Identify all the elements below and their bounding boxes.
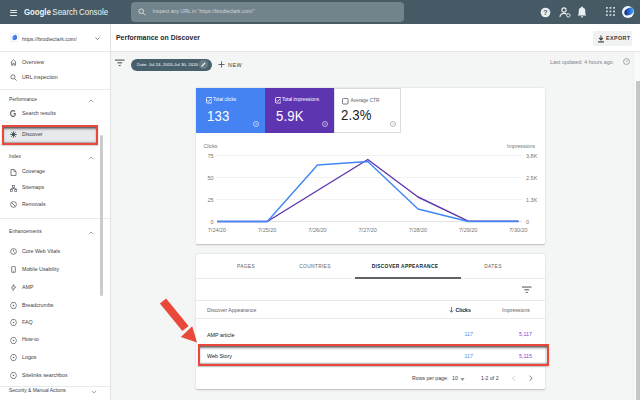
svg-text:25: 25 bbox=[207, 197, 213, 203]
svg-text:Impressions: Impressions bbox=[507, 143, 535, 149]
svg-text:7/28/20: 7/28/20 bbox=[409, 227, 427, 233]
svg-text:7/30/20: 7/30/20 bbox=[509, 227, 527, 233]
svg-text:?: ? bbox=[543, 8, 547, 15]
svg-text:?: ? bbox=[625, 59, 628, 64]
svg-text:7/26/20: 7/26/20 bbox=[308, 227, 326, 233]
svg-text:3.8K: 3.8K bbox=[526, 153, 538, 159]
svg-text:Clicks: Clicks bbox=[204, 143, 218, 149]
svg-text:7/24/20: 7/24/20 bbox=[208, 227, 226, 233]
svg-text:2.5K: 2.5K bbox=[526, 175, 538, 181]
svg-text:50: 50 bbox=[207, 175, 213, 181]
svg-text:7/27/20: 7/27/20 bbox=[359, 227, 377, 233]
svg-text:75: 75 bbox=[207, 153, 213, 159]
svg-text:0: 0 bbox=[210, 219, 213, 225]
svg-text:1.3K: 1.3K bbox=[526, 197, 538, 203]
svg-text:7/29/20: 7/29/20 bbox=[459, 227, 477, 233]
svg-text:0: 0 bbox=[526, 219, 529, 225]
svg-text:7/25/20: 7/25/20 bbox=[258, 227, 276, 233]
